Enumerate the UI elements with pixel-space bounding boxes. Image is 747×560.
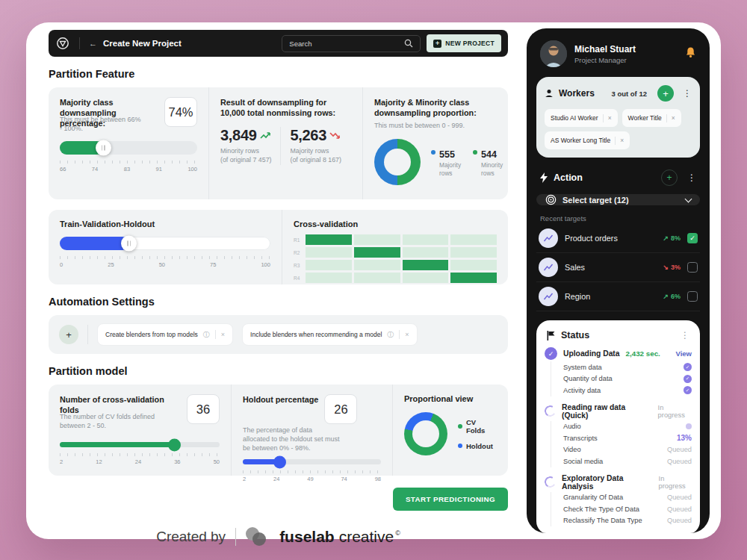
cv-folds-card: Number of cross-validation folds 36 The … [49,385,231,476]
queued-label: Queued [667,517,692,524]
legend-minority-value: 544 [481,149,497,160]
slider-handle[interactable] [273,455,286,468]
tick: 0 [60,261,63,268]
divider [603,114,604,122]
status-item: Audio [563,421,692,433]
brand-creative: creative [339,528,394,546]
back-arrow-icon[interactable]: ← [89,39,97,48]
search-icon [404,39,413,48]
person-icon [545,89,554,98]
tick: 100 [261,261,270,268]
lightning-icon [540,172,548,183]
target-name: Sales [565,263,585,272]
partition-model-panel: Number of cross-validation folds 36 The … [49,385,508,476]
bell-icon[interactable] [685,46,696,61]
holdout-slider[interactable] [243,459,381,464]
close-icon[interactable]: × [672,114,675,122]
folds-value-box[interactable]: 36 [187,394,220,424]
worker-chip[interactable]: AS Worker Long Title × [545,131,630,149]
view-link[interactable]: View [676,349,692,358]
select-target-dropdown[interactable]: Select target (12) [536,194,700,205]
new-project-button[interactable]: + NEW PROJECT [427,34,501,52]
status-item-label: Granularity Of Data [563,494,623,501]
group-title: Exploratory Data Analysis [562,474,653,491]
trend-down-icon: ↘ [663,264,669,271]
worker-chip[interactable]: Studio AI Worker × [545,109,618,127]
status-group-eda: Exploratory Data Analysis In progress [545,474,692,491]
search-placeholder: Search [289,40,311,48]
tvh-slider[interactable] [60,237,270,250]
legend-majority-value: 555 [439,149,455,160]
folds-slider[interactable] [60,442,220,447]
kebab-menu-icon[interactable]: ⋮ [681,330,689,340]
main-content: ← Create New Project Search + NEW PROJEC… [26,22,527,539]
tick-labels: 2 24 49 74 98 [243,476,381,482]
app-logo-icon[interactable] [55,36,70,51]
target-row[interactable]: Product orders ↗ 8% ✓ [536,224,700,253]
start-predictioning-button[interactable]: START PREDICTIONING [393,488,508,511]
proportional-title: Proportional view [404,394,497,403]
add-setting-button[interactable]: + [59,325,78,344]
check-circle-icon: ✓ [684,363,692,371]
checkbox-unchecked[interactable] [687,262,698,273]
group-state: In progress [659,475,692,490]
downsampling-value-box[interactable]: 74% [164,97,197,127]
proportional-donut-chart [404,412,447,455]
target-row[interactable]: Sales ↘ 3% [536,253,700,282]
copyright-mark: © [395,529,400,537]
automation-chip[interactable]: Include blenders when recommending a mod… [242,323,418,346]
info-icon[interactable]: ⓘ [387,330,394,340]
queued-label: Queued [667,458,692,465]
slider-handle[interactable] [121,236,137,252]
slider-handle[interactable] [96,140,111,156]
legend-dot-blue [458,444,462,448]
divider [87,325,88,344]
tick: 24 [273,476,279,482]
target-change: 6% [671,293,681,300]
check-circle-icon: ✓ [684,386,692,394]
close-icon[interactable]: × [608,114,612,122]
add-worker-button[interactable]: + [657,85,674,102]
chip-label: Include blenders when recommending a mod… [250,331,382,338]
downsampling-result-card: Result of downsampling for 10,000 total … [208,87,362,199]
status-item-label: Activity data [563,387,601,394]
tick: 49 [307,476,313,482]
status-group-reading: Reading raw data (Quick) In progress [545,403,692,420]
target-icon [545,194,557,205]
target-row[interactable]: Region ↗ 6% [536,282,700,311]
close-icon[interactable]: × [221,331,225,338]
mini-chart-icon [539,258,558,277]
divider [666,114,667,122]
slider-handle[interactable] [168,438,181,451]
close-icon[interactable]: × [405,331,409,338]
cv-fold-chart: R1 R2 R3 R4 [294,234,497,283]
automation-chip[interactable]: Create blenders from top models ⓘ × [97,323,233,346]
user-name: Michael Stuart [574,44,636,55]
legend-holdout: Holdout [458,442,497,450]
result-title: Result of downsampling for 10,000 total … [220,97,351,118]
status-item: Video Queued [563,444,692,456]
created-by-text: Created by [156,529,226,545]
add-action-button[interactable]: + [661,169,678,186]
info-icon[interactable]: ⓘ [203,330,210,340]
target-change: 8% [671,234,681,242]
avatar[interactable] [540,40,567,67]
workers-title: Workers [559,88,595,99]
legend-holdout-label: Holdout [466,442,493,450]
close-icon[interactable]: × [620,137,624,144]
cv-row-label: R1 [294,237,303,243]
minority-label: Minority rows [220,147,259,155]
downsampling-slider[interactable] [60,141,197,155]
worker-chip[interactable]: Worker Title × [622,109,681,127]
app-window: ← Create New Project Search + NEW PROJEC… [26,22,721,539]
search-input[interactable]: Search [282,35,421,52]
checkbox-checked[interactable]: ✓ [687,233,698,243]
kebab-menu-icon[interactable]: ⋮ [687,172,696,183]
kebab-menu-icon[interactable]: ⋮ [683,88,692,99]
checkbox-unchecked[interactable] [687,291,698,302]
divider [615,137,616,145]
legend-cv-folds: CV Folds [458,418,497,435]
target-change: 3% [671,264,681,271]
holdout-value-box[interactable]: 26 [324,394,357,424]
mini-chart-icon [539,287,558,306]
